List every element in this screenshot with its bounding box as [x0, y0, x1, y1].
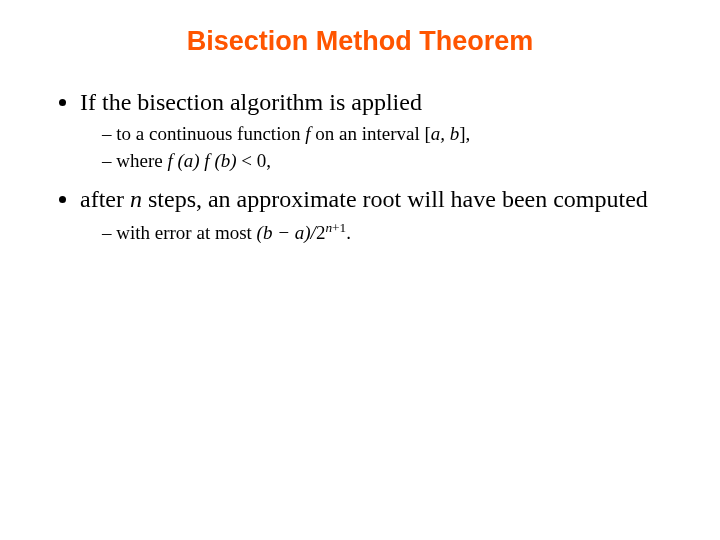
b1s1-part-c: ],: [459, 123, 470, 144]
bullet-2-sub-1: with error at most (b − a)/2n+1.: [102, 219, 660, 246]
b2-n: n: [130, 186, 142, 212]
bullet-1-text: If the bisection algorithm is applied: [80, 89, 422, 115]
b2-part-a: after: [80, 186, 130, 212]
b2s1-period: .: [346, 222, 351, 243]
slide: Bisection Method Theorem If the bisectio…: [0, 0, 720, 540]
bullet-1-sublist: to a continuous function f on an interva…: [80, 122, 660, 173]
b2-part-b: steps, an approximate root will have bee…: [142, 186, 648, 212]
bullet-1-sub-1: to a continuous function f on an interva…: [102, 122, 660, 147]
b1s2-part-a: where: [116, 150, 167, 171]
bullet-list: If the bisection algorithm is applied to…: [0, 87, 720, 246]
b2s1-sup: n+1: [325, 220, 346, 235]
slide-title: Bisection Method Theorem: [0, 0, 720, 87]
bullet-2-sublist: with error at most (b − a)/2n+1.: [80, 219, 660, 246]
bullet-1: If the bisection algorithm is applied to…: [80, 87, 660, 174]
b2s1-part-a: with error at most: [116, 222, 256, 243]
b1s1-ab: a, b: [431, 123, 460, 144]
b1s1-part-b: on an interval [: [310, 123, 430, 144]
b2s1-expr-open: (b − a)/: [257, 222, 316, 243]
b2s1-two: 2: [316, 222, 326, 243]
b1s2-fa: f (a) f (b): [167, 150, 236, 171]
b1s1-part-a: to a continuous function: [116, 123, 305, 144]
b1s2-part-b: < 0,: [237, 150, 271, 171]
b2s1-sup-plus1: +1: [332, 220, 346, 235]
bullet-1-sub-2: where f (a) f (b) < 0,: [102, 149, 660, 174]
bullet-2: after n steps, an approximate root will …: [80, 184, 660, 246]
